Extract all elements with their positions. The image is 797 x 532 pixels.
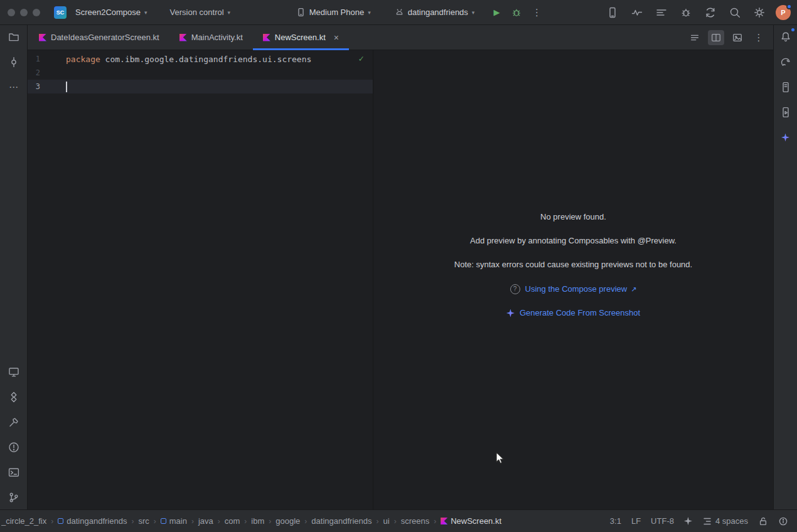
close-tab-icon[interactable]: × <box>334 33 339 43</box>
problems-icon <box>8 441 20 454</box>
problems-tool-button[interactable] <box>5 439 23 456</box>
encoding-widget[interactable]: UTF-8 <box>651 516 674 526</box>
minimize-window-button[interactable] <box>20 9 28 16</box>
layout-inspector-tool-button[interactable] <box>5 363 23 381</box>
split-view-icon <box>710 32 722 43</box>
generate-code-from-screenshot-link[interactable]: Generate Code From Screenshot <box>520 307 640 319</box>
user-avatar[interactable]: P <box>776 5 791 20</box>
more-tool-windows-button[interactable]: ⋯ <box>5 78 23 96</box>
preview-messages: No preview found. Add preview by annotat… <box>454 50 692 319</box>
tab-label: DateIdeasGeneratorScreen.kt <box>51 33 159 42</box>
statusbar: _circle_2_fix › datingandfriends › src ›… <box>0 509 797 532</box>
more-run-actions-button[interactable]: ⋮ <box>528 4 545 21</box>
app-quality-insights-button[interactable] <box>678 4 694 21</box>
sync-project-button[interactable] <box>702 4 719 21</box>
version-control-selector[interactable]: Version control ▾ <box>165 4 236 20</box>
profiler-icon <box>631 6 643 19</box>
breadcrumb-item-current[interactable]: NewScreen.kt <box>441 516 501 526</box>
running-devices-tool-button[interactable] <box>777 104 794 121</box>
more-horizontal-icon: ⋯ <box>9 82 18 93</box>
editor-line-current: 3 <box>28 80 373 93</box>
design-view-button[interactable] <box>729 30 746 45</box>
tab-dateideasgeneratorscreen[interactable]: DateIdeasGeneratorScreen.kt <box>29 25 169 50</box>
line-number[interactable]: 1 <box>28 55 40 63</box>
breadcrumb-item[interactable]: _circle_2_fix <box>1 516 46 526</box>
close-window-button[interactable] <box>8 9 15 16</box>
titlebar-right-actions: P <box>604 4 791 21</box>
breadcrumb-separator-icon: › <box>51 517 53 526</box>
indent-label: 4 spaces <box>715 516 748 526</box>
terminal-tool-button[interactable] <box>5 464 23 481</box>
editor-area: DateIdeasGeneratorScreen.kt MainActivity… <box>28 25 773 509</box>
breadcrumb-label: main <box>169 516 187 526</box>
run-configuration-selector[interactable]: datingandfriends ▾ <box>390 4 480 20</box>
left-stripe-bottom <box>5 363 23 506</box>
more-vertical-icon: ⋮ <box>754 32 764 43</box>
inspections-status-icon[interactable]: ✓ <box>359 53 364 63</box>
gemini-icon <box>781 134 789 142</box>
commit-icon <box>8 56 20 68</box>
breadcrumb-label: java <box>198 516 213 526</box>
run-button[interactable]: ▶ <box>488 4 505 21</box>
resource-manager-tool-button[interactable] <box>5 388 23 406</box>
breadcrumb-separator-icon: › <box>304 517 307 526</box>
gradle-tool-button[interactable] <box>777 53 794 71</box>
gemini-tool-button[interactable] <box>777 129 794 146</box>
help-icon[interactable]: ? <box>510 284 520 294</box>
tab-mainactivity[interactable]: MainActivity.kt <box>169 25 253 50</box>
maximize-window-button[interactable] <box>33 9 40 16</box>
code-keyword: package <box>66 55 100 64</box>
version-control-tool-button[interactable] <box>5 489 23 506</box>
code-view-button[interactable] <box>687 30 703 45</box>
breadcrumb-item[interactable]: datingandfriends <box>58 516 127 526</box>
breadcrumb-item[interactable]: ibm <box>251 516 264 526</box>
project-tool-button[interactable] <box>5 28 23 46</box>
breadcrumb-separator-icon: › <box>394 517 397 526</box>
gear-icon <box>753 6 766 19</box>
breadcrumb-item[interactable]: google <box>275 516 300 526</box>
indent-widget[interactable]: 4 spaces <box>702 516 748 526</box>
breadcrumb-item[interactable]: src <box>138 516 149 526</box>
project-selector[interactable]: Screen2Compose ▾ <box>70 4 152 20</box>
external-link-icon: ↗ <box>631 283 636 295</box>
app-quality-insights-icon <box>680 6 692 19</box>
unlock-icon <box>758 516 768 526</box>
breadcrumb-separator-icon: › <box>377 517 379 526</box>
code-editor[interactable]: 1 package com.ibm.google.datingandfriend… <box>28 50 373 509</box>
ai-assistant-widget[interactable] <box>684 517 692 525</box>
device-explorer-tool-button[interactable] <box>777 78 794 96</box>
line-number[interactable]: 3 <box>28 82 40 91</box>
editor-options-button[interactable]: ⋮ <box>751 30 767 45</box>
compose-preview-docs-link[interactable]: Using the Compose preview <box>525 283 628 295</box>
split-view-button[interactable] <box>708 30 724 45</box>
breadcrumb-item[interactable]: java <box>198 516 213 526</box>
file-lock-widget[interactable] <box>758 516 768 526</box>
breadcrumb-item[interactable]: ui <box>383 516 390 526</box>
device-name: Medium Phone <box>309 8 364 17</box>
inspections-widget[interactable] <box>778 516 788 526</box>
breadcrumb-item[interactable]: com <box>225 516 240 526</box>
profiler-button[interactable] <box>629 4 645 21</box>
tab-newscreen[interactable]: NewScreen.kt × <box>253 25 349 50</box>
device-manager-button[interactable] <box>604 4 621 21</box>
breadcrumb-item[interactable]: screens <box>401 516 430 526</box>
caret-position-widget[interactable]: 3:1 <box>610 516 621 526</box>
breadcrumb-separator-icon: › <box>269 517 271 526</box>
commit-tool-button[interactable] <box>5 53 23 71</box>
line-ending-widget[interactable]: LF <box>631 516 641 526</box>
settings-button[interactable] <box>751 4 768 21</box>
device-selector[interactable]: Medium Phone ▾ <box>291 4 376 20</box>
logcat-button[interactable] <box>653 4 670 21</box>
search-everywhere-button[interactable] <box>727 4 743 21</box>
build-tool-button[interactable] <box>5 413 23 431</box>
project-badge-icon: SC <box>54 6 67 19</box>
debug-button[interactable] <box>508 4 525 21</box>
notifications-button[interactable] <box>777 28 794 46</box>
breadcrumb-label: ibm <box>251 516 264 526</box>
git-branch-icon <box>8 491 20 504</box>
breadcrumb-item[interactable]: datingandfriends <box>311 516 372 526</box>
device-manager-icon <box>606 6 619 19</box>
line-number[interactable]: 2 <box>28 68 40 77</box>
code-view-icon <box>689 32 700 43</box>
breadcrumb-item[interactable]: main <box>161 516 187 526</box>
